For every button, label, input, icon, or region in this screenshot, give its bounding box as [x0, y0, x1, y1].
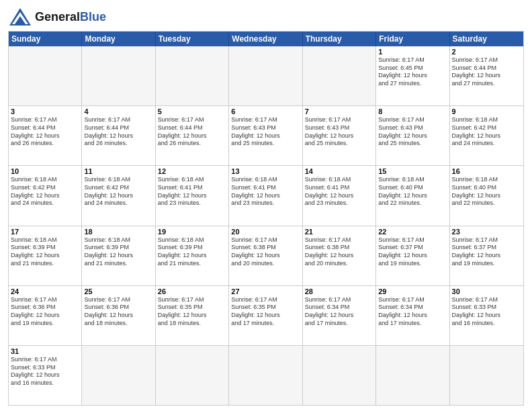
calendar-cell: 6Sunrise: 6:17 AM Sunset: 6:43 PM Daylig…	[229, 106, 302, 165]
day-number: 19	[158, 228, 226, 236]
day-number: 30	[452, 287, 521, 295]
calendar-cell	[450, 346, 523, 405]
day-number: 16	[452, 167, 521, 175]
day-number: 22	[378, 228, 447, 236]
calendar-cell: 31Sunrise: 6:17 AM Sunset: 6:33 PM Dayli…	[9, 346, 82, 405]
cell-text: Sunrise: 6:17 AM Sunset: 6:33 PM Dayligh…	[11, 356, 79, 387]
day-number: 27	[231, 287, 300, 295]
calendar-cell: 19Sunrise: 6:18 AM Sunset: 6:39 PM Dayli…	[156, 226, 229, 285]
cell-text: Sunrise: 6:17 AM Sunset: 6:43 PM Dayligh…	[378, 116, 447, 148]
cell-text: Sunrise: 6:18 AM Sunset: 6:42 PM Dayligh…	[11, 176, 79, 208]
cell-text: Sunrise: 6:17 AM Sunset: 6:36 PM Dayligh…	[84, 296, 152, 328]
calendar-cell	[303, 46, 376, 105]
cell-text: Sunrise: 6:17 AM Sunset: 6:37 PM Dayligh…	[452, 236, 521, 268]
cell-text: Sunrise: 6:17 AM Sunset: 6:35 PM Dayligh…	[158, 296, 226, 328]
day-number: 8	[378, 107, 447, 116]
day-number: 23	[452, 228, 521, 236]
day-number: 14	[305, 167, 373, 175]
day-number: 28	[305, 287, 373, 295]
calendar-cell: 9Sunrise: 6:18 AM Sunset: 6:42 PM Daylig…	[450, 106, 523, 165]
calendar-cell: 21Sunrise: 6:17 AM Sunset: 6:38 PM Dayli…	[303, 226, 376, 285]
logo-text: GeneralBlue	[35, 10, 106, 24]
cell-text: Sunrise: 6:18 AM Sunset: 6:41 PM Dayligh…	[231, 176, 300, 208]
cell-text: Sunrise: 6:17 AM Sunset: 6:34 PM Dayligh…	[305, 296, 373, 328]
cell-text: Sunrise: 6:18 AM Sunset: 6:40 PM Dayligh…	[378, 176, 447, 208]
day-number: 4	[84, 107, 152, 116]
day-number: 13	[231, 167, 300, 175]
calendar-cell	[156, 346, 229, 405]
calendar-cell: 2Sunrise: 6:17 AM Sunset: 6:44 PM Daylig…	[450, 46, 523, 105]
calendar-cell: 3Sunrise: 6:17 AM Sunset: 6:44 PM Daylig…	[9, 106, 82, 165]
day-number: 12	[158, 167, 226, 175]
calendar-cell: 26Sunrise: 6:17 AM Sunset: 6:35 PM Dayli…	[156, 286, 229, 345]
calendar-cell	[82, 46, 155, 105]
calendar-row-1: 3Sunrise: 6:17 AM Sunset: 6:44 PM Daylig…	[9, 105, 523, 165]
calendar-cell	[303, 346, 376, 405]
cell-text: Sunrise: 6:17 AM Sunset: 6:35 PM Dayligh…	[231, 296, 300, 328]
day-number: 7	[305, 107, 373, 116]
calendar-row-2: 10Sunrise: 6:18 AM Sunset: 6:42 PM Dayli…	[9, 165, 523, 225]
calendar-cell: 12Sunrise: 6:18 AM Sunset: 6:41 PM Dayli…	[156, 166, 229, 225]
cell-text: Sunrise: 6:17 AM Sunset: 6:43 PM Dayligh…	[305, 116, 373, 148]
cell-text: Sunrise: 6:18 AM Sunset: 6:41 PM Dayligh…	[158, 176, 226, 208]
calendar-cell	[156, 46, 229, 105]
header-cell-tuesday: Tuesday	[156, 32, 229, 46]
calendar-cell: 18Sunrise: 6:18 AM Sunset: 6:39 PM Dayli…	[82, 226, 155, 285]
cell-text: Sunrise: 6:17 AM Sunset: 6:43 PM Dayligh…	[231, 116, 300, 148]
calendar-cell	[376, 346, 449, 405]
cell-text: Sunrise: 6:18 AM Sunset: 6:39 PM Dayligh…	[158, 236, 226, 268]
header: GeneralBlue	[8, 7, 524, 27]
cell-text: Sunrise: 6:17 AM Sunset: 6:45 PM Dayligh…	[378, 56, 447, 88]
cell-text: Sunrise: 6:17 AM Sunset: 6:34 PM Dayligh…	[378, 296, 447, 328]
cell-text: Sunrise: 6:17 AM Sunset: 6:33 PM Dayligh…	[452, 296, 521, 328]
day-number: 10	[11, 167, 79, 175]
page: GeneralBlue SundayMondayTuesdayWednesday…	[0, 0, 532, 411]
calendar-cell: 14Sunrise: 6:18 AM Sunset: 6:41 PM Dayli…	[303, 166, 376, 225]
day-number: 25	[84, 287, 152, 295]
calendar-cell: 11Sunrise: 6:18 AM Sunset: 6:42 PM Dayli…	[82, 166, 155, 225]
cell-text: Sunrise: 6:18 AM Sunset: 6:41 PM Dayligh…	[305, 176, 373, 208]
day-number: 18	[84, 228, 152, 236]
calendar-cell: 24Sunrise: 6:17 AM Sunset: 6:36 PM Dayli…	[9, 286, 82, 345]
calendar-cell: 1Sunrise: 6:17 AM Sunset: 6:45 PM Daylig…	[376, 46, 449, 105]
header-cell-thursday: Thursday	[303, 32, 376, 46]
calendar-cell	[9, 46, 82, 105]
header-cell-wednesday: Wednesday	[229, 32, 302, 46]
cell-text: Sunrise: 6:17 AM Sunset: 6:44 PM Dayligh…	[11, 116, 79, 148]
day-number: 15	[378, 167, 447, 175]
cell-text: Sunrise: 6:18 AM Sunset: 6:40 PM Dayligh…	[452, 176, 521, 208]
header-cell-monday: Monday	[82, 32, 155, 46]
day-number: 3	[11, 107, 79, 116]
calendar: SundayMondayTuesdayWednesdayThursdayFrid…	[8, 31, 524, 406]
calendar-body: 1Sunrise: 6:17 AM Sunset: 6:45 PM Daylig…	[9, 46, 523, 405]
calendar-header-row: SundayMondayTuesdayWednesdayThursdayFrid…	[9, 32, 523, 46]
logo: GeneralBlue	[8, 7, 106, 27]
calendar-cell: 15Sunrise: 6:18 AM Sunset: 6:40 PM Dayli…	[376, 166, 449, 225]
calendar-cell: 23Sunrise: 6:17 AM Sunset: 6:37 PM Dayli…	[450, 226, 523, 285]
calendar-cell: 28Sunrise: 6:17 AM Sunset: 6:34 PM Dayli…	[303, 286, 376, 345]
day-number: 24	[11, 287, 79, 295]
cell-text: Sunrise: 6:17 AM Sunset: 6:44 PM Dayligh…	[452, 56, 521, 88]
day-number: 20	[231, 228, 300, 236]
calendar-row-5: 31Sunrise: 6:17 AM Sunset: 6:33 PM Dayli…	[9, 345, 523, 405]
calendar-cell: 13Sunrise: 6:18 AM Sunset: 6:41 PM Dayli…	[229, 166, 302, 225]
cell-text: Sunrise: 6:18 AM Sunset: 6:42 PM Dayligh…	[84, 176, 152, 208]
header-cell-saturday: Saturday	[450, 32, 523, 46]
day-number: 31	[11, 347, 79, 355]
calendar-cell: 17Sunrise: 6:18 AM Sunset: 6:39 PM Dayli…	[9, 226, 82, 285]
calendar-cell: 5Sunrise: 6:17 AM Sunset: 6:44 PM Daylig…	[156, 106, 229, 165]
cell-text: Sunrise: 6:18 AM Sunset: 6:39 PM Dayligh…	[11, 236, 79, 268]
day-number: 11	[84, 167, 152, 175]
calendar-cell: 4Sunrise: 6:17 AM Sunset: 6:44 PM Daylig…	[82, 106, 155, 165]
cell-text: Sunrise: 6:17 AM Sunset: 6:36 PM Dayligh…	[11, 296, 79, 328]
logo-icon	[8, 7, 32, 27]
header-cell-sunday: Sunday	[9, 32, 82, 46]
calendar-cell: 27Sunrise: 6:17 AM Sunset: 6:35 PM Dayli…	[229, 286, 302, 345]
calendar-cell: 25Sunrise: 6:17 AM Sunset: 6:36 PM Dayli…	[82, 286, 155, 345]
cell-text: Sunrise: 6:17 AM Sunset: 6:37 PM Dayligh…	[378, 236, 447, 268]
cell-text: Sunrise: 6:18 AM Sunset: 6:42 PM Dayligh…	[452, 116, 521, 148]
cell-text: Sunrise: 6:17 AM Sunset: 6:38 PM Dayligh…	[231, 236, 300, 268]
cell-text: Sunrise: 6:17 AM Sunset: 6:44 PM Dayligh…	[158, 116, 226, 148]
cell-text: Sunrise: 6:17 AM Sunset: 6:44 PM Dayligh…	[84, 116, 152, 148]
day-number: 5	[158, 107, 226, 116]
